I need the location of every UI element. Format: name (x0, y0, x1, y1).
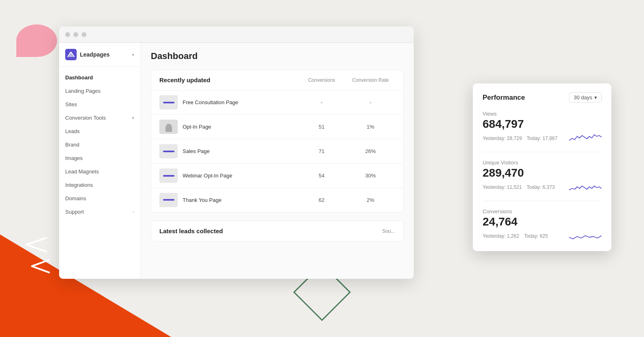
rate-value: 1% (346, 124, 395, 130)
sidebar-brand-name: Leadpages (80, 51, 110, 58)
page-thumbnail (159, 168, 178, 183)
page-name: Opt-In Page (183, 124, 297, 130)
sidebar-item-label: Brand (65, 142, 79, 148)
browser-chrome (59, 26, 414, 43)
sidebar: Leadpages ▾ Dashboard Landing Pages Site… (59, 43, 141, 279)
conversions-col-header: Conversions (297, 77, 346, 83)
page-name: Thank You Page (183, 197, 297, 203)
views-sparkline (569, 132, 602, 144)
page-name: Webinar Opt-In Page (183, 173, 297, 179)
latest-leads-title: Latest leads collected (159, 228, 382, 234)
sidebar-item-label: Support (65, 209, 84, 215)
browser-dot-yellow (73, 32, 78, 37)
period-label: 30 days (573, 94, 592, 101)
sidebar-item-label: Landing Pages (65, 88, 101, 94)
conversions-sub-row: Yesterday: 1,262 Today: 625 (483, 230, 602, 242)
chevron-down-icon: ▾ (132, 116, 134, 120)
rate-value: 26% (346, 148, 395, 154)
recently-updated-title: Recently updated (159, 77, 297, 83)
conversions-value: 71 (297, 148, 346, 154)
rate-value: - (346, 99, 395, 105)
unique-visitors-yesterday: Yesterday: 11,521 (483, 184, 522, 190)
views-today: Today: 17,867 (527, 136, 557, 141)
conversions-value: 24,764 (483, 215, 602, 228)
sidebar-item-sites[interactable]: Sites (59, 98, 140, 111)
conversion-rate-col-header: Conversion Rate (346, 77, 395, 83)
performance-header: Performance 30 days ▾ (483, 92, 602, 103)
sidebar-item-label: Sites (65, 101, 77, 107)
app-layout: Leadpages ▾ Dashboard Landing Pages Site… (59, 43, 414, 279)
conversions-value: 54 (297, 173, 346, 179)
views-metric: Views 684,797 Yesterday: 28,729 Today: 1… (483, 111, 602, 152)
sidebar-chevron-icon[interactable]: ▾ (132, 53, 134, 57)
sidebar-item-label: Dashboard (65, 74, 93, 81)
page-name: Free Consultation Page (183, 99, 297, 105)
latest-leads-card: Latest leads collected Sou... (151, 221, 404, 241)
sidebar-item-domains[interactable]: Domains (59, 192, 140, 205)
page-thumbnail (159, 120, 178, 134)
unique-visitors-metric: Unique Visitors 289,470 Yesterday: 11,52… (483, 160, 602, 201)
sidebar-item-label: Leads (65, 128, 79, 134)
chevron-down-icon: ▾ (594, 94, 597, 101)
page-thumbnail (159, 95, 178, 109)
table-row: Sales Page 71 26% (151, 139, 403, 164)
views-sub-row: Yesterday: 28,729 Today: 17,867 (483, 132, 602, 144)
sidebar-item-leads[interactable]: Leads (59, 125, 140, 138)
sidebar-item-brand[interactable]: Brand (59, 138, 140, 151)
sidebar-item-landing-pages[interactable]: Landing Pages (59, 84, 140, 98)
views-label: Views (483, 111, 602, 117)
sidebar-item-dashboard[interactable]: Dashboard (59, 71, 140, 84)
sidebar-item-images[interactable]: Images (59, 151, 140, 165)
sidebar-item-label: Domains (65, 195, 86, 201)
conversions-today: Today: 625 (524, 233, 548, 239)
browser-dot-green (82, 32, 86, 37)
period-dropdown[interactable]: 30 days ▾ (569, 92, 602, 103)
views-yesterday: Yesterday: 28,729 (483, 136, 522, 141)
table-row: Opt-In Page 51 1% (151, 115, 403, 139)
sidebar-header: Leadpages ▾ (59, 49, 140, 67)
page-thumbnail (159, 193, 178, 207)
source-col-header: Sou... (382, 228, 395, 234)
sidebar-item-integrations[interactable]: Integrations (59, 178, 140, 192)
performance-title: Performance (483, 94, 569, 102)
arrow-decoration-1 (22, 236, 51, 256)
conversions-metric: Conversions 24,764 Yesterday: 1,262 Toda… (483, 208, 602, 242)
rate-value: 30% (346, 173, 395, 179)
conversions-value: 62 (297, 197, 346, 203)
performance-panel: Performance 30 days ▾ Views 684,797 Yest… (473, 83, 611, 251)
table-row: Free Consultation Page - - (151, 90, 403, 115)
chevron-right-icon: › (133, 210, 134, 214)
table-row: Thank You Page 62 2% (151, 188, 403, 212)
unique-visitors-value: 289,470 (483, 166, 602, 179)
page-name: Sales Page (183, 148, 297, 154)
recently-updated-card: Recently updated Conversions Conversion … (151, 70, 404, 212)
browser-window: Leadpages ▾ Dashboard Landing Pages Site… (59, 26, 414, 279)
sidebar-item-label: Conversion Tools (65, 115, 106, 121)
sidebar-item-lead-magnets[interactable]: Lead Magnets (59, 165, 140, 178)
views-value: 684,797 (483, 118, 602, 131)
sidebar-item-label: Lead Magnets (65, 168, 99, 175)
page-thumbnail (159, 144, 178, 158)
unique-visitors-today: Today: 6,373 (527, 184, 555, 190)
table-row: Webinar Opt-In Page 54 30% (151, 164, 403, 188)
main-content: Dashboard Recently updated Conversions C… (141, 43, 414, 279)
conversions-sparkline (569, 230, 602, 242)
sidebar-item-label: Integrations (65, 182, 93, 188)
sidebar-item-support[interactable]: Support › (59, 205, 140, 219)
unique-visitors-label: Unique Visitors (483, 160, 602, 166)
browser-dot-red (65, 32, 70, 37)
conversions-value: - (297, 99, 346, 105)
unique-visitors-sub-row: Yesterday: 11,521 Today: 6,373 (483, 181, 602, 193)
sidebar-item-conversion-tools[interactable]: Conversion Tools ▾ (59, 111, 140, 125)
arrow-decoration-2 (29, 258, 53, 276)
latest-leads-header: Latest leads collected Sou... (151, 221, 403, 241)
page-title: Dashboard (151, 51, 404, 61)
recently-updated-header: Recently updated Conversions Conversion … (151, 70, 403, 90)
bg-decoration-pink (16, 24, 57, 57)
leadpages-logo-icon (65, 49, 77, 60)
conversions-label: Conversions (483, 208, 602, 214)
sidebar-item-label: Images (65, 155, 83, 161)
conversions-yesterday: Yesterday: 1,262 (483, 233, 519, 239)
conversions-value: 51 (297, 124, 346, 130)
unique-visitors-sparkline (569, 181, 602, 193)
